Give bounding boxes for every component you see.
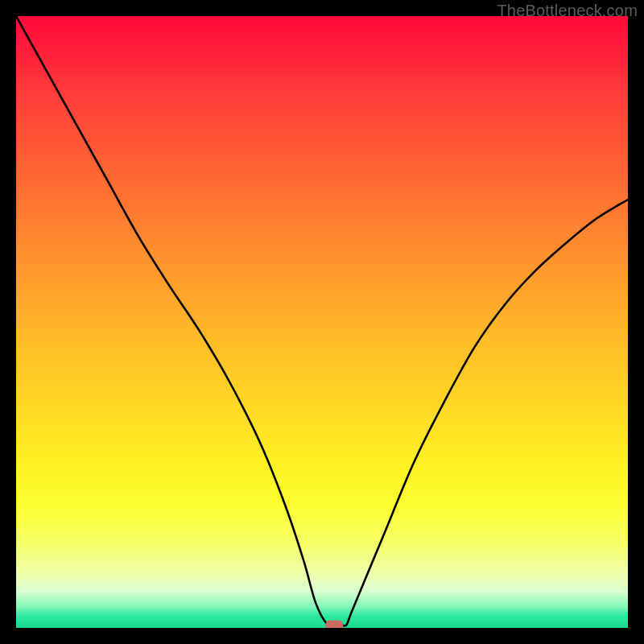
minimum-marker bbox=[325, 620, 343, 628]
bottleneck-curve bbox=[16, 16, 628, 628]
curve-line bbox=[16, 16, 628, 626]
watermark-text: TheBottleneck.com bbox=[497, 2, 638, 20]
plot-area bbox=[16, 16, 628, 628]
chart-frame: TheBottleneck.com bbox=[0, 0, 644, 644]
